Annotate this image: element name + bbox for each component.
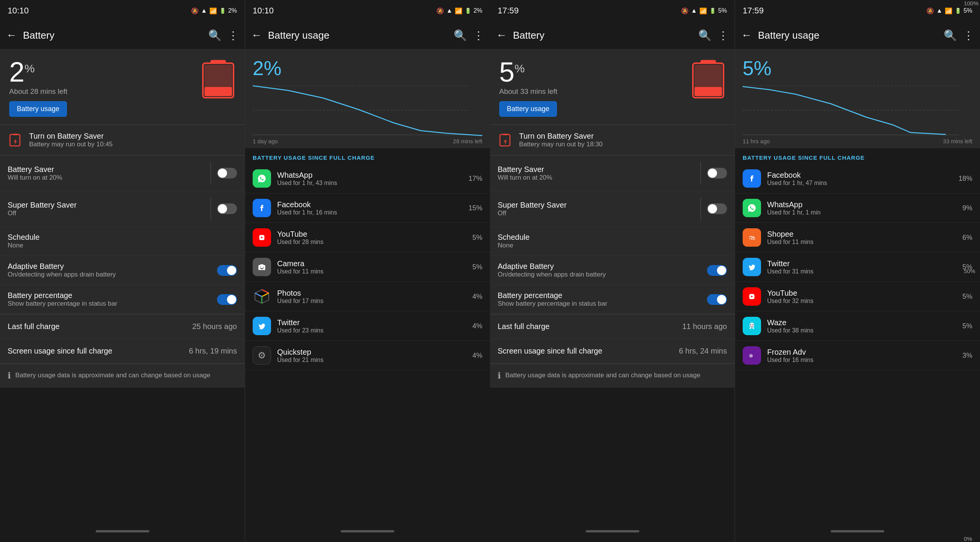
setting-title-0: Battery Saver [498,165,694,174]
app-info-5: Twitter Used for 23 mins [277,318,466,334]
app-info-1: WhatsApp Used for 1 hr, 1 min [767,200,956,216]
more-options-icon[interactable]: ⋮ [718,29,728,42]
search-icon[interactable]: 🔍 [454,29,467,42]
chart-labels-right: 100% 50% 0% [962,0,980,542]
notification-icon: 🔕 [926,7,934,15]
svg-text:🛍: 🛍 [749,234,755,241]
battery-percent-status: 5% [718,7,727,14]
setting-subtitle-3: On/detecting when apps drain battery [8,271,217,278]
more-options-icon[interactable]: ⋮ [228,29,238,42]
app-row-2[interactable]: 🛍 Shopee Used for 11 mins 6% [735,223,980,252]
svg-point-31 [750,324,751,326]
signal-icon: 📶 [945,7,952,15]
battery-hero: 2 % About 28 mins left Battery usage [0,49,245,124]
info-row-1: Screen usage since full charge 6 hrs, 24… [490,339,735,364]
battery-saver-row[interactable]: Turn on Battery Saver Battery may run ou… [0,125,245,155]
app-row-4[interactable]: Photos Used for 17 mins 4% [245,282,490,311]
chart-labels-bottom: 11 hrs ago 33 mins left [743,138,972,144]
app-name-5: Waze [767,318,956,327]
toggle-1[interactable] [217,203,237,214]
setting-title-4: Battery percentage [8,291,217,300]
toggle-0[interactable] [217,168,237,178]
toggle-4[interactable] [217,294,237,305]
setting-subtitle-1: Off [498,210,694,217]
setting-row-3: Adaptive Battery On/detecting when apps … [490,256,735,285]
wifi-icon: ▲ [201,7,207,14]
app-list[interactable]: WhatsApp Used for 1 hr, 43 mins 17% Face… [245,164,490,521]
app-row-0[interactable]: WhatsApp Used for 1 hr, 43 mins 17% [245,164,490,193]
app-usage-5: Used for 23 mins [277,327,466,334]
setting-text-4: Battery percentage Show battery percenta… [498,291,707,308]
section-header: BATTERY USAGE SINCE FULL CHARGE [735,148,980,164]
app-name-3: Twitter [767,259,956,268]
battery-percent-value: 5 [499,58,514,86]
toggle-0[interactable] [707,168,727,178]
status-bar: 17:59 🔕 ▲ 📶 🔋 5% [490,0,735,21]
battery-graphic [691,58,725,100]
toggle-3[interactable] [707,265,727,276]
app-row-3[interactable]: Camera Used for 11 mins 5% [245,252,490,282]
battery-icon: 🔋 [709,8,716,14]
info-icon: ℹ [498,371,501,381]
back-button[interactable]: ← [251,29,262,41]
app-row-5[interactable]: Twitter Used for 23 mins 4% [245,311,490,341]
app-row-5[interactable]: Waze Used for 38 mins 5% [735,311,980,341]
battery-main-panel: 17:59 🔕 ▲ 📶 🔋 5% ← Battery 🔍 ⋮ 5 % [490,0,735,542]
battery-saver-title: Turn on Battery Saver [519,132,603,141]
app-percent-0: 17% [469,175,482,183]
toggle-1[interactable] [707,203,727,214]
battery-time-left: About 28 mins left [9,87,67,96]
app-icon-camera [253,258,271,276]
app-row-3[interactable]: Twitter Used for 31 mins 5% [735,252,980,282]
toggle-4[interactable] [707,294,727,305]
setting-subtitle-2: None [8,242,237,249]
app-row-1[interactable]: Facebook Used for 1 hr, 16 mins 15% [245,193,490,223]
app-row-0[interactable]: Facebook Used for 1 hr, 47 mins 18% [735,164,980,193]
more-options-icon[interactable]: ⋮ [473,29,484,42]
setting-row-3: Adaptive Battery On/detecting when apps … [0,256,245,285]
setting-text-1: Super Battery Saver Off [498,201,694,217]
back-button[interactable]: ← [741,29,752,41]
wifi-icon: ▲ [446,7,452,14]
status-icons: 🔕 ▲ 📶 🔋 2% [436,7,482,15]
app-row-6[interactable]: ❄ Frozen Adv Used for 16 mins 3% [735,341,980,370]
app-row-1[interactable]: WhatsApp Used for 1 hr, 1 min 9% [735,193,980,223]
app-list[interactable]: Facebook Used for 1 hr, 47 mins 18% What… [735,164,980,521]
page-title: Battery [513,29,692,41]
battery-percent-status: 2% [228,7,237,14]
notification-icon: 🔕 [191,7,199,15]
chart-container [253,83,482,136]
app-usage-4: Used for 32 mins [767,298,956,305]
toggle-3[interactable] [217,265,237,276]
svg-point-34 [753,327,754,329]
svg-rect-3 [204,87,232,96]
battery-graphic [201,58,235,100]
app-name-5: Twitter [277,318,466,327]
info-value-1: 6 hrs, 19 mins [189,347,237,355]
search-icon[interactable]: 🔍 [208,29,222,42]
app-row-2[interactable]: YouTube Used for 28 mins 5% [245,223,490,252]
battery-percent-sign: % [514,62,525,75]
back-button[interactable]: ← [6,29,17,41]
signal-icon: 📶 [455,7,462,15]
chart-label-left: 1 day ago [253,138,278,144]
battery-icon: 🔋 [465,8,471,14]
battery-saver-row[interactable]: Turn on Battery Saver Battery may run ou… [490,125,735,155]
battery-usage-button[interactable]: Battery usage [9,101,67,117]
setting-row-0: Battery Saver Will turn on at 20% [0,156,245,191]
search-icon[interactable]: 🔍 [698,29,712,42]
vert-divider [211,162,211,185]
status-time: 17:59 [498,6,519,16]
app-name-2: Shopee [767,230,956,239]
battery-icon: 🔋 [955,8,961,14]
app-info-3: Twitter Used for 31 mins [767,259,956,275]
back-button[interactable]: ← [496,29,507,41]
app-row-6[interactable]: ⚙ Quickstep Used for 21 mins 4% [245,341,490,370]
battery-hero: 5 % About 33 mins left Battery usage [490,49,735,124]
app-usage-0: Used for 1 hr, 43 mins [277,180,462,187]
battery-usage-button[interactable]: Battery usage [499,101,557,117]
app-row-4[interactable]: YouTube Used for 32 mins 5% [735,282,980,311]
setting-subtitle-1: Off [8,210,204,217]
app-icon-waze [743,317,761,335]
search-icon[interactable]: 🔍 [944,29,957,42]
